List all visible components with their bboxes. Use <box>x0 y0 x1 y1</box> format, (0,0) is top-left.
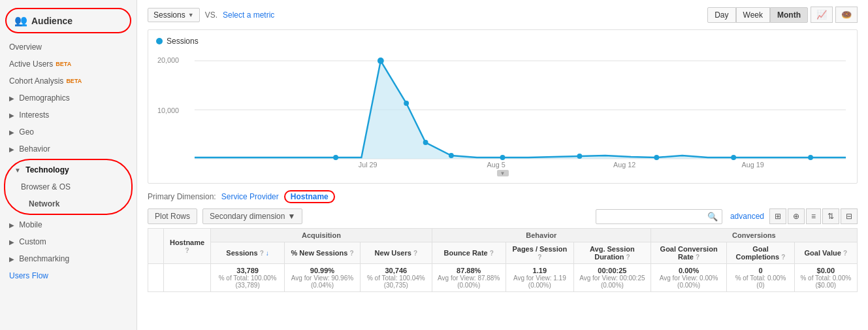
table-search-input[interactable] <box>600 212 705 221</box>
metric-dropdown[interactable]: Sessions ▼ <box>148 8 200 22</box>
totals-bounce-rate: 87.88% Avg for View: 87.88% (0.00%) <box>432 264 506 292</box>
sidebar-item-demographics[interactable]: ▶ Demographics <box>0 90 137 107</box>
totals-goal-completions: 0 % of Total: 0.00% (0) <box>727 264 794 292</box>
help-icon[interactable]: ? <box>349 250 353 257</box>
advanced-link[interactable]: advanced <box>730 212 764 221</box>
svg-text:20,000: 20,000 <box>157 56 179 64</box>
help-icon[interactable]: ? <box>490 250 494 257</box>
chevron-right-icon: ▶ <box>9 112 14 119</box>
chevron-right-icon: ▶ <box>9 239 14 246</box>
select-metric-link[interactable]: Select a metric <box>223 10 274 20</box>
totals-avg-session: 00:00:25 Avg for View: 00:00:25 (0.00%) <box>573 264 651 292</box>
sidebar-item-cohort-analysis[interactable]: Cohort Analysis BETA <box>0 73 137 90</box>
totals-sessions: 33,789 % of Total: 100.00% (33,789) <box>211 264 285 292</box>
chevron-right-icon: ▶ <box>9 95 14 102</box>
chevron-right-icon: ▶ <box>9 222 14 229</box>
svg-point-15 <box>808 155 813 160</box>
chart-toolbar: Sessions ▼ VS. Select a metric Day Week … <box>148 7 858 23</box>
sparkline-view-button[interactable]: ⊟ <box>841 208 858 224</box>
totals-label <box>164 264 211 292</box>
totals-check <box>148 264 164 292</box>
sidebar-item-users-flow[interactable]: Users Flow <box>0 267 137 284</box>
period-group: Day Week Month <box>707 7 808 23</box>
help-icon[interactable]: ? <box>185 247 189 254</box>
sidebar-item-interests[interactable]: ▶ Interests <box>0 107 137 124</box>
bounce-rate-col-header: Bounce Rate ? <box>432 242 506 264</box>
pie-chart-icon[interactable]: 🍩 <box>835 7 858 23</box>
chevron-right-icon: ▶ <box>9 129 14 136</box>
sessions-col-header: Sessions ? ↓ <box>211 242 285 264</box>
chart-scrollbar[interactable]: ▼ <box>497 170 509 176</box>
primary-dimension-bar: Primary Dimension: Service Provider Host… <box>148 190 858 203</box>
behavior-header: Behavior <box>432 229 651 242</box>
conversions-header: Conversions <box>651 229 857 242</box>
sidebar-title: Audience <box>31 16 72 26</box>
help-icon[interactable]: ? <box>696 254 699 261</box>
service-provider-link[interactable]: Service Provider <box>221 192 279 201</box>
sessions-legend-dot <box>156 38 163 44</box>
svg-text:Aug 5: Aug 5 <box>487 161 506 169</box>
secondary-dimension-dropdown[interactable]: Secondary dimension ▼ <box>202 208 302 224</box>
data-table: Hostname ? Acquisition Behavior Conversi… <box>148 228 858 292</box>
sidebar-item-network[interactable]: Network <box>5 195 131 212</box>
sidebar-item-custom[interactable]: ▶ Custom <box>0 233 137 250</box>
sidebar-item-mobile[interactable]: ▶ Mobile <box>0 216 137 233</box>
main-content: Sessions ▼ VS. Select a metric Day Week … <box>137 0 868 330</box>
sidebar-item-technology[interactable]: ▼ Technology <box>5 161 131 178</box>
help-icon[interactable]: ? <box>843 250 847 257</box>
help-icon[interactable]: ? <box>413 250 417 257</box>
totals-row: 33,789 % of Total: 100.00% (33,789) 90.9… <box>148 264 858 292</box>
plot-rows-button[interactable]: Plot Rows <box>148 208 197 224</box>
svg-point-7 <box>404 101 409 106</box>
chevron-down-icon: ▼ <box>14 167 21 174</box>
percent-view-button[interactable]: ⇅ <box>822 208 839 224</box>
sidebar-item-benchmarking[interactable]: ▶ Benchmarking <box>0 250 137 267</box>
help-icon[interactable]: ? <box>538 254 541 261</box>
chevron-right-icon: ▶ <box>9 256 14 263</box>
help-icon[interactable]: ? <box>626 254 630 261</box>
search-icon[interactable]: 🔍 <box>707 212 718 222</box>
goal-conv-rate-col-header: Goal Conversion Rate ? <box>651 242 727 264</box>
new-users-col-header: New Users ? <box>360 242 432 264</box>
day-button[interactable]: Day <box>707 7 735 23</box>
chevron-right-icon: ▶ <box>9 146 14 153</box>
view-icons: ⊞ ⊕ ≡ ⇅ ⊟ <box>769 208 858 224</box>
sidebar-item-overview[interactable]: Overview <box>0 39 137 56</box>
svg-point-8 <box>423 140 428 145</box>
metric-label: Sessions <box>153 10 185 20</box>
avg-session-col-header: Avg. Session Duration ? <box>573 242 651 264</box>
technology-group: ▼ Technology Browser & OS Network <box>4 159 133 215</box>
sessions-legend-label: Sessions <box>167 37 199 46</box>
pivot-view-button[interactable]: ≡ <box>806 208 821 224</box>
svg-point-11 <box>500 155 506 160</box>
chart-container: Sessions 20,000 10,000 <box>148 29 858 184</box>
hostname-header: Hostname ? <box>164 229 211 264</box>
sort-arrow[interactable]: ↓ <box>266 250 269 257</box>
svg-point-13 <box>654 155 659 160</box>
help-icon[interactable]: ? <box>781 254 785 261</box>
grid-view-button[interactable]: ⊞ <box>769 208 786 224</box>
svg-point-6 <box>378 58 384 64</box>
comparison-view-button[interactable]: ⊕ <box>788 208 805 224</box>
sidebar-item-browser-os[interactable]: Browser & OS <box>5 178 131 195</box>
line-chart-icon[interactable]: 📈 <box>811 7 833 23</box>
toolbar-right: Day Week Month 📈 🍩 <box>707 7 858 23</box>
svg-point-10 <box>333 155 338 160</box>
sidebar-item-active-users[interactable]: Active Users BETA <box>0 56 137 73</box>
hostname-link[interactable]: Hostname <box>284 190 335 203</box>
goal-value-col-header: Goal Value ? <box>794 242 857 264</box>
audience-header[interactable]: 👥 Audience <box>5 8 131 33</box>
sidebar-item-geo[interactable]: ▶ Geo <box>0 124 137 140</box>
sidebar-item-behavior[interactable]: ▶ Behavior <box>0 140 137 157</box>
month-button[interactable]: Month <box>770 7 808 23</box>
svg-text:Aug 19: Aug 19 <box>742 161 764 169</box>
totals-new-sessions-pct: 90.99% Avg for View: 90.96% (0.04%) <box>285 264 361 292</box>
primary-dim-label: Primary Dimension: <box>148 192 216 201</box>
chart-legend: Sessions <box>156 37 849 46</box>
chevron-down-icon: ▼ <box>287 212 295 221</box>
help-icon[interactable]: ? <box>260 250 264 257</box>
week-button[interactable]: Week <box>736 7 770 23</box>
svg-text:Aug 12: Aug 12 <box>613 161 635 169</box>
svg-point-14 <box>731 155 736 160</box>
svg-point-9 <box>449 153 454 158</box>
